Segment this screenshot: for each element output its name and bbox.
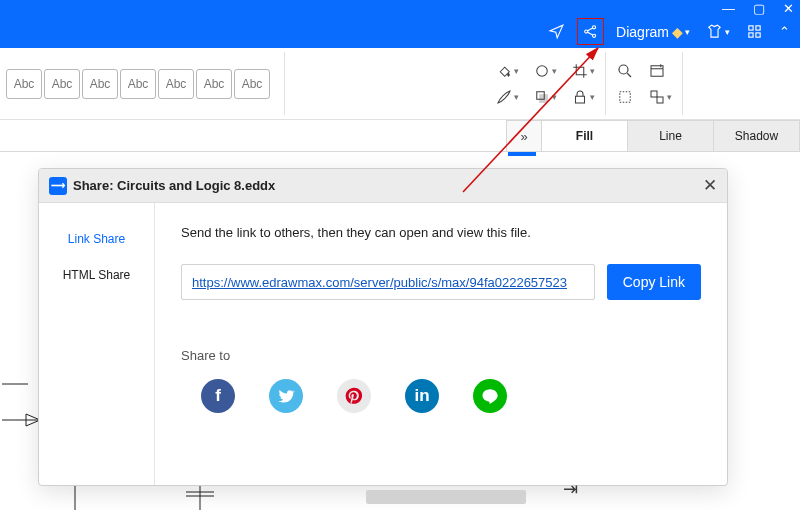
tab-line[interactable]: Line xyxy=(628,120,714,151)
svg-rect-6 xyxy=(756,26,760,30)
dialog-close-button[interactable]: ✕ xyxy=(703,175,717,196)
dialog-content: Send the link to others, then they can o… xyxy=(155,203,727,485)
svg-rect-20 xyxy=(657,97,663,103)
select-tool[interactable] xyxy=(616,88,634,106)
svg-rect-15 xyxy=(651,65,663,76)
svg-rect-19 xyxy=(651,91,657,97)
style-preset[interactable]: Abc xyxy=(82,69,118,99)
share-line-icon[interactable] xyxy=(473,379,507,413)
collapse-ribbon-icon[interactable]: ⌃ xyxy=(775,20,794,43)
copy-link-button[interactable]: Copy Link xyxy=(607,264,701,300)
crop-tool[interactable]: ▾ xyxy=(571,62,595,80)
svg-line-3 xyxy=(588,28,593,31)
diagram-dropdown[interactable]: Diagram ◆ ▾ xyxy=(612,20,694,44)
dialog-title: Share: Circuits and Logic 8.eddx xyxy=(73,178,275,193)
svg-line-4 xyxy=(588,32,593,35)
horizontal-scrollbar[interactable] xyxy=(366,490,526,504)
lock-tool[interactable]: ▾ xyxy=(571,88,595,106)
style-preset[interactable]: Abc xyxy=(120,69,156,99)
brush-tool[interactable]: ▾ xyxy=(495,88,519,106)
titlebar: — ▢ ✕ Diagram ◆ ▾ ▾ ⌃ xyxy=(0,0,800,48)
svg-rect-5 xyxy=(749,26,753,30)
share-link-text[interactable]: https://www.edrawmax.com/server/public/s… xyxy=(192,275,567,290)
style-preset[interactable]: Abc xyxy=(158,69,194,99)
dialog-header: ⟶ Share: Circuits and Logic 8.eddx ✕ xyxy=(39,169,727,203)
send-icon[interactable] xyxy=(544,19,569,44)
svg-point-9 xyxy=(537,65,548,76)
panel-collapse-button[interactable]: » xyxy=(506,120,542,151)
tshirt-icon[interactable]: ▾ xyxy=(702,19,734,44)
style-preset[interactable]: Abc xyxy=(44,69,80,99)
svg-rect-12 xyxy=(576,96,585,103)
active-tab-indicator xyxy=(508,152,536,156)
style-preset[interactable]: Abc xyxy=(196,69,232,99)
shadow-tool[interactable]: ▾ xyxy=(533,88,557,106)
svg-point-2 xyxy=(593,34,596,37)
share-linkedin-icon[interactable]: in xyxy=(405,379,439,413)
dialog-sidebar: Link Share HTML Share xyxy=(39,203,155,485)
svg-point-1 xyxy=(593,26,596,29)
ribbon-toolbar: Abc Abc Abc Abc Abc Abc Abc ▾ ▾ ▾ ▾ ▾ xyxy=(0,48,800,120)
style-preset[interactable]: Abc xyxy=(234,69,270,99)
share-link-field[interactable]: https://www.edrawmax.com/server/public/s… xyxy=(181,264,595,300)
right-panel-tabs: » Fill Line Shadow xyxy=(0,120,800,152)
group-tool[interactable]: ▾ xyxy=(648,88,672,106)
minimize-button[interactable]: — xyxy=(722,2,735,15)
share-facebook-icon[interactable]: f xyxy=(201,379,235,413)
style-preset[interactable]: Abc xyxy=(6,69,42,99)
tab-fill[interactable]: Fill xyxy=(542,120,628,151)
svg-point-13 xyxy=(619,65,628,74)
share-twitter-icon[interactable] xyxy=(269,379,303,413)
maximize-button[interactable]: ▢ xyxy=(753,2,765,15)
dialog-description: Send the link to others, then they can o… xyxy=(181,225,701,240)
shape-outline-tool[interactable]: ▾ xyxy=(533,62,557,80)
svg-point-0 xyxy=(585,30,588,33)
sidebar-item-html-share[interactable]: HTML Share xyxy=(39,257,154,293)
svg-rect-8 xyxy=(756,33,760,37)
tab-shadow[interactable]: Shadow xyxy=(714,120,800,151)
search-icon[interactable] xyxy=(616,62,634,80)
svg-rect-7 xyxy=(749,33,753,37)
share-to-label: Share to xyxy=(181,348,701,363)
fill-tool[interactable]: ▾ xyxy=(495,62,519,80)
svg-rect-18 xyxy=(620,91,631,102)
close-window-button[interactable]: ✕ xyxy=(783,2,794,15)
share-icon[interactable] xyxy=(577,18,604,45)
panel-toggle-icon[interactable]: ⇥ xyxy=(563,478,578,500)
share-pinterest-icon[interactable] xyxy=(337,379,371,413)
app-badge-icon: ⟶ xyxy=(49,177,67,195)
share-dialog: ⟶ Share: Circuits and Logic 8.eddx ✕ Lin… xyxy=(38,168,728,486)
svg-rect-11 xyxy=(540,94,548,102)
svg-line-14 xyxy=(627,73,631,77)
apps-icon[interactable] xyxy=(742,19,767,44)
sidebar-item-link-share[interactable]: Link Share xyxy=(39,221,154,257)
text-styles-gallery[interactable]: Abc Abc Abc Abc Abc Abc Abc xyxy=(6,52,285,115)
containers-tool[interactable] xyxy=(648,62,666,80)
